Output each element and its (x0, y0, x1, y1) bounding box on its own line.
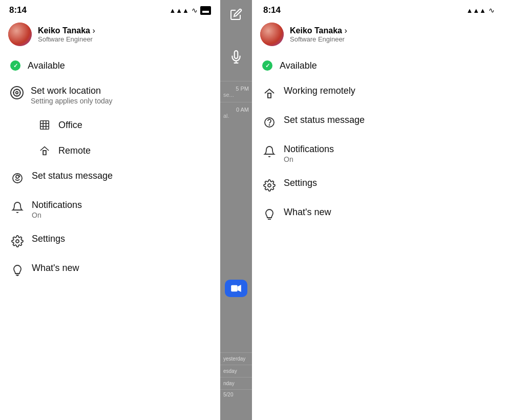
right-available-item[interactable]: Available (258, 53, 506, 78)
left-avatar (8, 23, 32, 46)
left-profile-info: Keiko Tanaka Software Engineer (38, 26, 95, 43)
right-whats-new-label: What's new (284, 207, 331, 218)
right-menu-list: Available Working remotely (252, 53, 506, 229)
left-sub-items: Office Remote (6, 112, 220, 163)
right-profile-header[interactable]: Keiko Tanaka Software Engineer (252, 18, 506, 53)
right-available-dot (262, 60, 272, 71)
left-whats-new-label: What's new (32, 263, 79, 274)
left-whats-new-text: What's new (32, 263, 79, 274)
right-home-icon (262, 86, 277, 100)
settings-icon (10, 234, 25, 248)
right-set-status-item[interactable]: Set status message (258, 108, 506, 137)
left-work-location-sublabel: Setting applies only today (31, 97, 113, 105)
right-status-icons: ▲▲▲ ∿ (466, 6, 495, 14)
center-edit-icon[interactable] (230, 8, 242, 24)
left-status-icons: ▲▲▲ ∿ ▬ (169, 6, 211, 15)
svg-point-22 (269, 125, 270, 125)
svg-rect-20 (268, 93, 271, 98)
right-available-text: Available (280, 60, 317, 71)
right-working-remotely-item[interactable]: Working remotely (258, 78, 506, 108)
left-notifications-sublabel: On (32, 211, 82, 219)
left-notifications-item[interactable]: Notifications On (6, 193, 220, 226)
svg-point-0 (13, 89, 20, 96)
left-settings-label: Settings (32, 234, 65, 244)
left-remote-item[interactable]: Remote (34, 138, 220, 163)
right-status-bar: 8:14 ▲▲▲ ∿ (252, 0, 506, 18)
available-status-dot (10, 60, 20, 71)
right-whats-new-item[interactable]: What's new (258, 200, 506, 229)
location-icon (10, 86, 24, 99)
left-status-bar: 8:14 ▲▲▲ ∿ ▬ (0, 0, 220, 18)
right-whats-new-text: What's new (284, 207, 331, 218)
whats-new-icon (10, 263, 25, 278)
svg-rect-18 (231, 285, 237, 291)
left-time: 8:14 (9, 5, 27, 15)
left-work-location-text: Set work location Setting applies only t… (31, 86, 113, 105)
signal-icon: ▲▲▲ (169, 7, 189, 14)
notifications-icon (10, 200, 25, 215)
svg-rect-11 (43, 151, 46, 155)
left-menu-list: Available Set work location Setting appl… (0, 53, 220, 285)
center-chat-bottom: yesterday esday nday 5/20 (220, 352, 252, 400)
right-status-message-label: Set status message (284, 115, 365, 125)
left-settings-text: Settings (32, 234, 65, 244)
left-profile-name: Keiko Tanaka (38, 26, 95, 35)
right-signal-icon: ▲▲▲ (466, 7, 486, 14)
right-profile-info: Keiko Tanaka Software Engineer (290, 26, 347, 43)
left-set-status-item[interactable]: Set status message (6, 163, 220, 193)
right-working-remotely-text: Working remotely (284, 86, 355, 96)
center-mic-icon (229, 50, 243, 66)
right-avatar (260, 23, 284, 46)
right-profile-title: Software Engineer (290, 35, 347, 43)
right-notifications-item[interactable]: Notifications On (258, 137, 506, 171)
status-message-icon (10, 171, 25, 185)
left-avatar-image (8, 23, 32, 46)
right-status-message-text: Set status message (284, 115, 365, 125)
left-available-label: Available (28, 60, 65, 71)
right-settings-item[interactable]: Settings (258, 171, 506, 200)
center-chat-yesterday: yesterday (220, 352, 252, 365)
center-chat-msg-1: se... (223, 92, 249, 98)
right-working-remotely-label: Working remotely (284, 86, 355, 96)
right-whats-new-icon (262, 207, 277, 222)
center-video-button[interactable] (225, 280, 247, 297)
wifi-icon: ∿ (192, 6, 198, 14)
center-chat-time-1: 5 PM (223, 86, 249, 92)
left-office-label: Office (58, 120, 82, 131)
right-notifications-icon (262, 144, 277, 159)
svg-point-13 (16, 240, 19, 243)
left-sub-menu-list: Office Remote (6, 112, 220, 163)
center-chat-item-2: 0 AM al. (220, 102, 252, 123)
left-settings-item[interactable]: Settings (6, 226, 220, 256)
left-profile-title: Software Engineer (38, 35, 95, 43)
left-whats-new-item[interactable]: What's new (6, 256, 220, 285)
right-profile-name: Keiko Tanaka (290, 26, 347, 35)
right-settings-text: Settings (284, 178, 317, 188)
right-settings-icon (262, 178, 277, 193)
left-profile-header[interactable]: Keiko Tanaka Software Engineer (0, 18, 220, 53)
left-notifications-label: Notifications (32, 200, 82, 211)
svg-point-5 (16, 92, 18, 94)
right-status-message-icon (262, 115, 277, 130)
svg-marker-19 (238, 285, 241, 292)
remote-home-icon (38, 144, 51, 157)
left-panel: 8:14 ▲▲▲ ∿ ▬ Keiko Tanaka Software Engin… (0, 0, 220, 420)
right-wifi-icon: ∿ (489, 6, 495, 14)
right-notifications-sublabel: On (284, 155, 334, 163)
svg-point-23 (268, 184, 271, 187)
center-strip: 5 PM se... 0 AM al. yesterday esday nday… (220, 0, 252, 420)
office-icon (38, 118, 51, 132)
svg-rect-6 (40, 121, 49, 130)
left-available-text: Available (28, 60, 65, 71)
left-remote-label: Remote (58, 145, 91, 156)
left-work-location-label: Set work location (31, 86, 113, 96)
left-work-location-item[interactable]: Set work location Setting applies only t… (6, 78, 220, 112)
right-avatar-image (260, 23, 284, 46)
center-chat-msg-2: al. (223, 113, 249, 119)
right-settings-label: Settings (284, 178, 317, 188)
left-available-item[interactable]: Available (6, 53, 220, 78)
left-office-item[interactable]: Office (34, 112, 220, 138)
battery-icon: ▬ (200, 6, 211, 15)
left-status-message-label: Set status message (32, 171, 113, 181)
center-chat-bottom-num: 5/20 (220, 389, 252, 400)
